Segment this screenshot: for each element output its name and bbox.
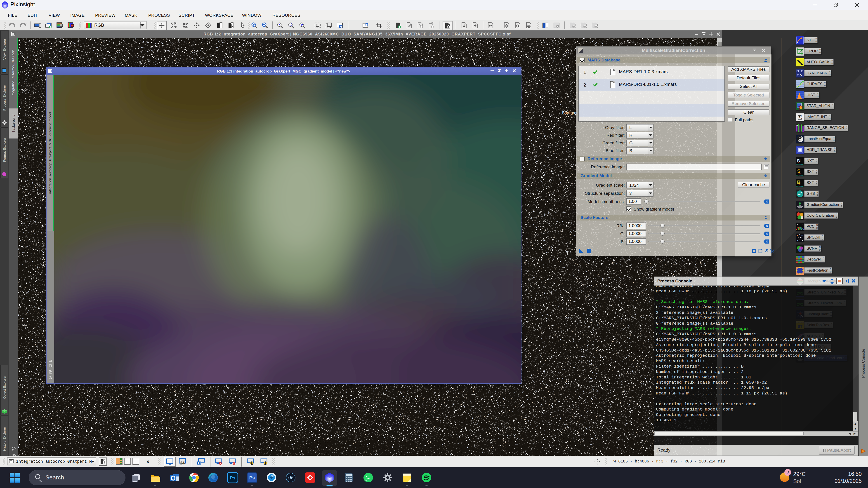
svg-text:XTerminator: XTerminator bbox=[796, 164, 804, 165]
svg-text:24: 24 bbox=[180, 461, 185, 465]
svg-text:2: 2 bbox=[786, 470, 789, 475]
svg-text:Σ: Σ bbox=[798, 114, 802, 121]
svg-text:Ps: Ps bbox=[249, 475, 255, 480]
svg-text:XTerminator: XTerminator bbox=[796, 186, 804, 187]
svg-text:Ps: Ps bbox=[230, 475, 235, 480]
svg-text:XTerminator: XTerminator bbox=[796, 174, 804, 176]
